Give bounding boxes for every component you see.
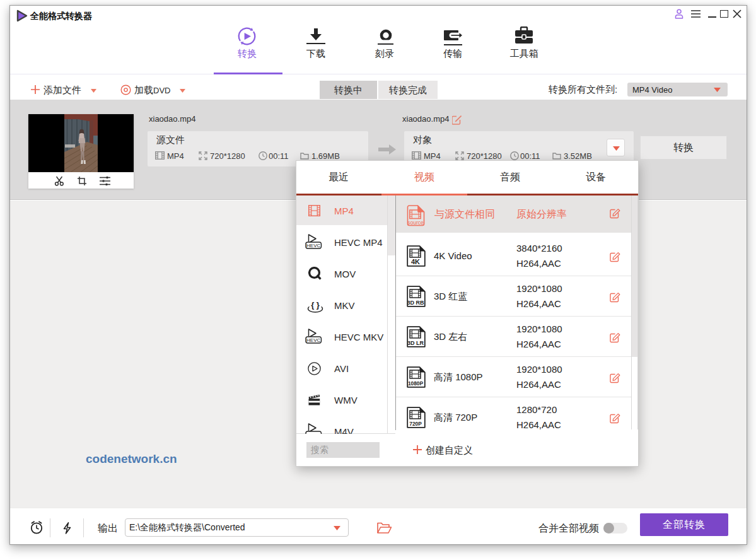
svg-text:source: source [407, 219, 424, 226]
svg-text:HEVC: HEVC [306, 243, 320, 248]
svg-text:1080P: 1080P [408, 380, 424, 387]
svg-text:HEVC: HEVC [306, 337, 320, 343]
svg-text:4K: 4K [411, 258, 420, 265]
svg-text:3D LR: 3D LR [407, 340, 424, 346]
svg-text:{ }: { } [311, 300, 320, 310]
svg-text:720P: 720P [409, 421, 422, 427]
svg-text:3D RB: 3D RB [407, 300, 424, 306]
